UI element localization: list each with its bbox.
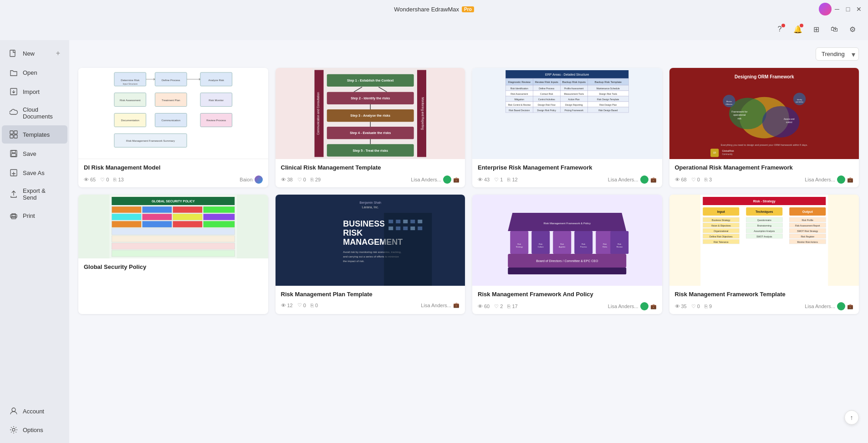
template-card-2[interactable]: Communication and Consultation Monitorin… — [276, 68, 465, 187]
template-card-8[interactable]: Risk - Strategy Input Techniques Output — [669, 195, 859, 314]
trending-select[interactable]: Trending Popular New Featured — [816, 47, 859, 61]
account-icon — [9, 407, 18, 416]
svg-text:Larana, Inc.: Larana, Inc. — [362, 206, 378, 209]
svg-text:Design Risk Policy: Design Risk Policy — [537, 109, 557, 112]
svg-rect-163 — [403, 220, 408, 223]
export-icon — [9, 190, 18, 199]
copy-icon-4: ⎘ — [705, 177, 708, 182]
help-icon[interactable]: ? — [773, 23, 786, 36]
card-title-7: Risk Management Framework And Policy — [478, 290, 657, 299]
heart-icon-3: ♡ — [494, 177, 499, 183]
avatar[interactable] — [819, 3, 832, 15]
svg-text:GLOBAL SECURITY POLICY: GLOBAL SECURITY POLICY — [152, 200, 195, 203]
author-name-6: Lisa Anders... — [421, 303, 451, 308]
svg-text:Strategy: Strategy — [516, 246, 523, 248]
svg-rect-169 — [410, 227, 415, 230]
author-avatar-2 — [443, 175, 451, 184]
sidebar-item-cloud[interactable]: Cloud Documents — [2, 102, 67, 124]
svg-text:Risk Design Based: Risk Design Based — [598, 109, 618, 112]
likes-1: ♡ 0 — [100, 177, 109, 183]
copies-6: ⎘ 0 — [311, 303, 318, 308]
svg-rect-160 — [384, 213, 432, 286]
save-icon — [9, 149, 18, 158]
svg-text:Define Process: Define Process — [539, 87, 554, 90]
author-name-1: Baion — [240, 177, 252, 182]
card-title-6: Risk Management Plan Template — [281, 290, 460, 299]
template-card-3[interactable]: ERP Areas - Detailed Structure Diagnosti… — [472, 68, 662, 187]
sidebar-label-save: Save — [23, 150, 36, 157]
sidebar-item-templates[interactable]: Templates — [2, 125, 67, 144]
views-6: 👁 12 — [281, 303, 293, 308]
author-7: Lisa Anders... 💼 — [608, 302, 657, 310]
likes-2: ♡ 0 — [297, 177, 306, 183]
svg-rect-3 — [14, 131, 17, 134]
svg-text:Documentation: Documentation — [121, 119, 139, 122]
template-card-1[interactable]: Determine Risk Input Structure Define Pr… — [78, 68, 268, 187]
svg-text:Risk Based Decision: Risk Based Decision — [509, 109, 530, 112]
suitcase-icon-4: 💼 — [847, 177, 853, 183]
svg-text:GR: GR — [713, 152, 716, 154]
svg-text:Communication and Consultation: Communication and Consultation — [316, 92, 319, 135]
card-meta-1: 👁 65 ♡ 0 ⎘ 13 Baion — [84, 175, 263, 184]
svg-text:Action Plan: Action Plan — [568, 98, 580, 101]
pro-badge: Pro — [462, 6, 474, 12]
author-avatar-8 — [837, 302, 845, 310]
copies-4: ⎘ 3 — [705, 177, 712, 182]
sidebar-item-open[interactable]: Open — [2, 63, 67, 82]
title-bar: Wondershare EdrawMax Pro ─ □ ✕ — [0, 0, 868, 18]
minimize-button[interactable]: ─ — [833, 5, 841, 13]
sidebar-item-new[interactable]: New + — [2, 44, 67, 62]
card-body-7: Risk Management Framework And Policy 👁 6… — [472, 286, 662, 314]
copies-1: ⎘ 13 — [113, 177, 123, 182]
card-meta-6: 👁 12 ♡ 0 ⎘ 0 Lisa Anders... — [281, 302, 460, 308]
svg-rect-161 — [388, 220, 393, 223]
views-7: 👁 60 — [478, 304, 490, 309]
eye-icon-6: 👁 — [281, 303, 286, 308]
eye-icon-4: 👁 — [675, 177, 680, 182]
close-button[interactable]: ✕ — [855, 5, 863, 13]
svg-text:Control Activities: Control Activities — [538, 98, 555, 101]
template-card-6[interactable]: Benjamin Shah Larana, Inc. BUSINESS RISK… — [276, 195, 465, 314]
sidebar-item-import[interactable]: Import — [2, 82, 67, 101]
sidebar-item-options[interactable]: Options — [2, 421, 67, 439]
scroll-top-button[interactable]: ↑ — [844, 410, 859, 425]
sidebar-item-export[interactable]: Export & Send — [2, 183, 67, 206]
template-card-5[interactable]: GLOBAL SECURITY POLICY — [78, 195, 268, 314]
card-body-4: Operational Risk Management Framework 👁 … — [669, 159, 859, 187]
template-card-4[interactable]: Designing ORM Framework Framework for op… — [669, 68, 859, 187]
sidebar: New + Open Import Cloud Documents Temp — [0, 40, 69, 443]
maximize-button[interactable]: □ — [844, 5, 852, 13]
card-image-8: Risk - Strategy Input Techniques Output — [669, 195, 859, 286]
svg-text:Input: Input — [717, 210, 725, 214]
main-layout: New + Open Import Cloud Documents Temp — [0, 40, 868, 443]
settings-icon[interactable]: ⚙ — [846, 23, 859, 36]
notification-icon[interactable]: 🔔 — [791, 23, 804, 36]
svg-text:the impact of risk.: the impact of risk. — [343, 260, 364, 263]
svg-rect-148 — [112, 236, 235, 242]
trending-wrapper[interactable]: Trending Popular New Featured — [816, 47, 859, 61]
sidebar-label-saveas: Save As — [23, 170, 45, 176]
views-2: 👁 38 — [281, 177, 293, 182]
svg-text:Pricing Framework: Pricing Framework — [564, 109, 583, 112]
svg-text:control: control — [786, 121, 792, 124]
likes-4: ♡ 0 — [691, 177, 700, 183]
card-title-8: Risk Management Framework Template — [675, 290, 854, 299]
suitcase-icon-7: 💼 — [650, 304, 657, 309]
apps-icon[interactable]: ⊞ — [810, 23, 822, 36]
svg-text:Contact Risk: Contact Risk — [540, 93, 553, 95]
template-card-7[interactable]: Board of Directors / Committee & EPC CEO… — [472, 195, 662, 314]
svg-text:Appetite: Appetite — [559, 246, 566, 248]
sidebar-item-save[interactable]: Save — [2, 144, 67, 163]
svg-text:Business Strategy: Business Strategy — [712, 219, 730, 222]
svg-text:Step 3 - Analyse the risks: Step 3 - Analyse the risks — [350, 113, 390, 118]
svg-text:Step 4 - Evaluate the risks: Step 4 - Evaluate the risks — [350, 131, 391, 135]
svg-rect-7 — [12, 150, 15, 153]
svg-text:Maintenance Schedule: Maintenance Schedule — [597, 87, 620, 90]
open-icon — [9, 68, 18, 77]
sidebar-item-saveas[interactable]: Save As — [2, 164, 67, 182]
new-plus-icon[interactable]: + — [56, 49, 60, 57]
svg-text:Profile Assessment: Profile Assessment — [564, 87, 584, 90]
sidebar-item-account[interactable]: Account — [2, 402, 67, 420]
sidebar-item-print[interactable]: Print — [2, 206, 67, 225]
store-icon[interactable]: 🛍 — [828, 23, 841, 36]
